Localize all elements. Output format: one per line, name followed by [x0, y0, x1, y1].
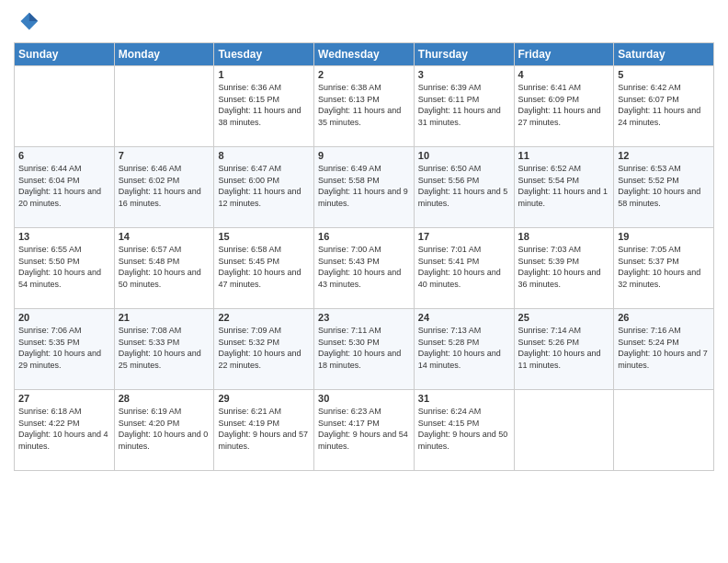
day-info: Sunrise: 7:16 AM Sunset: 5:24 PM Dayligh…	[618, 325, 710, 371]
day-number: 23	[318, 312, 410, 323]
svg-marker-1	[29, 13, 38, 21]
day-number: 21	[119, 312, 210, 323]
day-number: 30	[318, 393, 410, 404]
calendar-cell: 19Sunrise: 7:05 AM Sunset: 5:37 PM Dayli…	[614, 228, 714, 309]
calendar-cell: 11Sunrise: 6:52 AM Sunset: 5:54 PM Dayli…	[514, 147, 614, 228]
calendar-week-row: 20Sunrise: 7:06 AM Sunset: 5:35 PM Dayli…	[15, 309, 714, 390]
day-info: Sunrise: 6:55 AM Sunset: 5:50 PM Dayligh…	[18, 244, 110, 290]
calendar-cell: 2Sunrise: 6:38 AM Sunset: 6:13 PM Daylig…	[314, 66, 415, 147]
day-info: Sunrise: 6:47 AM Sunset: 6:00 PM Dayligh…	[218, 163, 310, 209]
day-number: 6	[18, 150, 110, 161]
calendar-header-friday: Friday	[514, 43, 614, 66]
calendar-header-thursday: Thursday	[414, 43, 514, 66]
day-number: 17	[418, 231, 510, 242]
day-number: 1	[218, 69, 310, 80]
calendar-cell: 10Sunrise: 6:50 AM Sunset: 5:56 PM Dayli…	[414, 147, 514, 228]
day-number: 18	[518, 231, 610, 242]
day-info: Sunrise: 6:57 AM Sunset: 5:48 PM Dayligh…	[119, 244, 210, 290]
calendar-cell: 16Sunrise: 7:00 AM Sunset: 5:43 PM Dayli…	[314, 228, 415, 309]
day-info: Sunrise: 7:06 AM Sunset: 5:35 PM Dayligh…	[18, 325, 110, 371]
day-info: Sunrise: 7:09 AM Sunset: 5:32 PM Dayligh…	[218, 325, 310, 371]
calendar-cell: 17Sunrise: 7:01 AM Sunset: 5:41 PM Dayli…	[414, 228, 514, 309]
calendar-cell	[614, 390, 714, 471]
logo	[14, 9, 41, 35]
day-number: 28	[119, 393, 210, 404]
calendar-week-row: 1Sunrise: 6:36 AM Sunset: 6:15 PM Daylig…	[15, 66, 714, 147]
day-number: 2	[318, 69, 410, 80]
calendar-cell: 1Sunrise: 6:36 AM Sunset: 6:15 PM Daylig…	[214, 66, 314, 147]
calendar-cell: 7Sunrise: 6:46 AM Sunset: 6:02 PM Daylig…	[114, 147, 214, 228]
calendar-cell: 25Sunrise: 7:14 AM Sunset: 5:26 PM Dayli…	[514, 309, 614, 390]
day-info: Sunrise: 6:41 AM Sunset: 6:09 PM Dayligh…	[518, 82, 610, 128]
calendar-cell	[514, 390, 614, 471]
day-info: Sunrise: 6:36 AM Sunset: 6:15 PM Dayligh…	[218, 82, 310, 128]
calendar-header-wednesday: Wednesday	[314, 43, 415, 66]
calendar-cell: 31Sunrise: 6:24 AM Sunset: 4:15 PM Dayli…	[414, 390, 514, 471]
day-info: Sunrise: 7:11 AM Sunset: 5:30 PM Dayligh…	[318, 325, 410, 371]
calendar-cell: 13Sunrise: 6:55 AM Sunset: 5:50 PM Dayli…	[15, 228, 115, 309]
day-number: 22	[218, 312, 310, 323]
calendar-cell: 24Sunrise: 7:13 AM Sunset: 5:28 PM Dayli…	[414, 309, 514, 390]
calendar-cell: 12Sunrise: 6:53 AM Sunset: 5:52 PM Dayli…	[614, 147, 714, 228]
calendar-week-row: 6Sunrise: 6:44 AM Sunset: 6:04 PM Daylig…	[15, 147, 714, 228]
day-number: 14	[119, 231, 210, 242]
day-number: 15	[218, 231, 310, 242]
day-number: 19	[618, 231, 710, 242]
day-info: Sunrise: 6:58 AM Sunset: 5:45 PM Dayligh…	[218, 244, 310, 290]
day-number: 29	[218, 393, 310, 404]
day-info: Sunrise: 6:42 AM Sunset: 6:07 PM Dayligh…	[618, 82, 710, 128]
day-number: 20	[18, 312, 110, 323]
calendar-cell: 9Sunrise: 6:49 AM Sunset: 5:58 PM Daylig…	[314, 147, 415, 228]
page: SundayMondayTuesdayWednesdayThursdayFrid…	[0, 0, 728, 563]
calendar-week-row: 27Sunrise: 6:18 AM Sunset: 4:22 PM Dayli…	[15, 390, 714, 471]
day-number: 24	[418, 312, 510, 323]
calendar-cell: 8Sunrise: 6:47 AM Sunset: 6:00 PM Daylig…	[214, 147, 314, 228]
day-number: 16	[318, 231, 410, 242]
day-number: 7	[119, 150, 210, 161]
calendar-cell: 29Sunrise: 6:21 AM Sunset: 4:19 PM Dayli…	[214, 390, 314, 471]
day-number: 4	[518, 69, 610, 80]
day-info: Sunrise: 6:53 AM Sunset: 5:52 PM Dayligh…	[618, 163, 710, 209]
calendar-cell: 28Sunrise: 6:19 AM Sunset: 4:20 PM Dayli…	[114, 390, 214, 471]
calendar-header-tuesday: Tuesday	[214, 43, 314, 66]
day-info: Sunrise: 7:01 AM Sunset: 5:41 PM Dayligh…	[418, 244, 510, 290]
calendar-table: SundayMondayTuesdayWednesdayThursdayFrid…	[14, 42, 714, 471]
day-number: 12	[618, 150, 710, 161]
calendar-cell: 6Sunrise: 6:44 AM Sunset: 6:04 PM Daylig…	[15, 147, 115, 228]
calendar-cell: 21Sunrise: 7:08 AM Sunset: 5:33 PM Dayli…	[114, 309, 214, 390]
calendar-cell: 5Sunrise: 6:42 AM Sunset: 6:07 PM Daylig…	[614, 66, 714, 147]
day-number: 26	[618, 312, 710, 323]
calendar-header-sunday: Sunday	[15, 43, 115, 66]
day-number: 8	[218, 150, 310, 161]
calendar-cell: 22Sunrise: 7:09 AM Sunset: 5:32 PM Dayli…	[214, 309, 314, 390]
day-info: Sunrise: 6:23 AM Sunset: 4:17 PM Dayligh…	[318, 406, 410, 452]
day-info: Sunrise: 6:39 AM Sunset: 6:11 PM Dayligh…	[418, 82, 510, 128]
day-number: 3	[418, 69, 510, 80]
calendar-cell: 14Sunrise: 6:57 AM Sunset: 5:48 PM Dayli…	[114, 228, 214, 309]
day-info: Sunrise: 7:08 AM Sunset: 5:33 PM Dayligh…	[119, 325, 210, 371]
day-info: Sunrise: 6:44 AM Sunset: 6:04 PM Dayligh…	[18, 163, 110, 209]
logo-icon	[14, 9, 40, 35]
calendar-cell: 20Sunrise: 7:06 AM Sunset: 5:35 PM Dayli…	[15, 309, 115, 390]
day-number: 5	[618, 69, 710, 80]
day-info: Sunrise: 6:50 AM Sunset: 5:56 PM Dayligh…	[418, 163, 510, 209]
day-number: 25	[518, 312, 610, 323]
day-number: 11	[518, 150, 610, 161]
calendar-cell: 23Sunrise: 7:11 AM Sunset: 5:30 PM Dayli…	[314, 309, 415, 390]
calendar-week-row: 13Sunrise: 6:55 AM Sunset: 5:50 PM Dayli…	[15, 228, 714, 309]
calendar-cell	[114, 66, 214, 147]
calendar-header-row: SundayMondayTuesdayWednesdayThursdayFrid…	[15, 43, 714, 66]
calendar-cell: 3Sunrise: 6:39 AM Sunset: 6:11 PM Daylig…	[414, 66, 514, 147]
calendar-cell: 18Sunrise: 7:03 AM Sunset: 5:39 PM Dayli…	[514, 228, 614, 309]
day-info: Sunrise: 7:05 AM Sunset: 5:37 PM Dayligh…	[618, 244, 710, 290]
day-number: 9	[318, 150, 410, 161]
day-info: Sunrise: 6:21 AM Sunset: 4:19 PM Dayligh…	[218, 406, 310, 452]
day-number: 27	[18, 393, 110, 404]
day-info: Sunrise: 6:46 AM Sunset: 6:02 PM Dayligh…	[119, 163, 210, 209]
day-info: Sunrise: 6:18 AM Sunset: 4:22 PM Dayligh…	[18, 406, 110, 452]
calendar-cell: 27Sunrise: 6:18 AM Sunset: 4:22 PM Dayli…	[15, 390, 115, 471]
day-info: Sunrise: 7:14 AM Sunset: 5:26 PM Dayligh…	[518, 325, 610, 371]
day-number: 13	[18, 231, 110, 242]
day-info: Sunrise: 7:13 AM Sunset: 5:28 PM Dayligh…	[418, 325, 510, 371]
calendar-header-saturday: Saturday	[614, 43, 714, 66]
